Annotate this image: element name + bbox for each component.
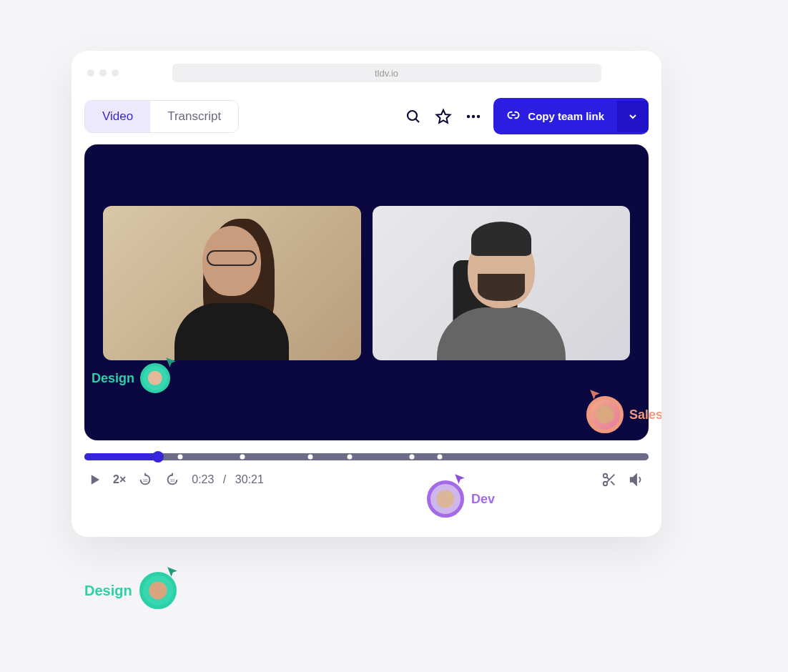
svg-text:10: 10 — [170, 478, 175, 483]
video-player[interactable]: Design Sales — [84, 144, 649, 440]
browser-window: tldv.io Video Transcript Copy team link — [72, 51, 661, 537]
time-display: 0:23 / 30:21 — [192, 473, 264, 486]
cursor-dev-label: Dev — [471, 492, 495, 507]
video-tile-participant-1 — [103, 206, 361, 360]
cursor-design: Design — [92, 363, 170, 393]
svg-marker-6 — [92, 475, 99, 485]
tab-video[interactable]: Video — [85, 101, 150, 132]
progress-thumb[interactable] — [152, 451, 164, 463]
copy-team-link-main[interactable]: Copy team link — [493, 98, 617, 134]
progress-marker[interactable] — [438, 455, 443, 460]
cursor-dev-avatar — [427, 480, 464, 518]
cursor-sales-label: Sales — [629, 407, 661, 423]
progress-marker[interactable] — [409, 455, 414, 460]
svg-line-13 — [606, 477, 609, 480]
svg-line-12 — [611, 481, 614, 485]
svg-point-10 — [604, 482, 608, 486]
copy-team-link-label: Copy team link — [528, 110, 604, 122]
progress-marker[interactable] — [240, 455, 245, 460]
tab-transcript[interactable]: Transcript — [150, 101, 238, 132]
video-progress-bar[interactable] — [84, 453, 649, 460]
svg-text:10: 10 — [143, 478, 148, 483]
svg-marker-14 — [631, 475, 636, 485]
progress-marker[interactable] — [178, 455, 183, 460]
volume-icon[interactable] — [629, 472, 644, 488]
cursor-design-outside: Design — [84, 572, 177, 609]
browser-chrome: tldv.io — [72, 51, 661, 89]
video-tile-participant-2 — [373, 206, 631, 360]
copy-team-link-dropdown[interactable] — [617, 101, 649, 132]
progress-marker[interactable] — [307, 455, 312, 460]
forward-10-icon[interactable]: 10 — [164, 472, 180, 488]
dot — [112, 69, 119, 76]
current-time: 0:23 — [192, 473, 214, 485]
svg-point-5 — [477, 114, 480, 117]
dot — [87, 69, 94, 76]
svg-point-9 — [604, 474, 608, 478]
dot — [99, 69, 107, 76]
more-icon[interactable] — [463, 107, 483, 127]
search-icon[interactable] — [403, 107, 423, 127]
svg-point-3 — [467, 114, 470, 117]
link-icon — [506, 108, 521, 124]
cursor-dev: Dev — [427, 480, 495, 518]
copy-team-link-button[interactable]: Copy team link — [493, 98, 649, 134]
tab-group: Video Transcript — [84, 100, 239, 133]
url-bar[interactable]: tldv.io — [172, 64, 601, 82]
progress-fill — [84, 453, 158, 460]
cursor-design-label: Design — [92, 371, 134, 386]
svg-point-0 — [408, 111, 417, 120]
play-icon[interactable] — [89, 473, 102, 486]
progress-marker[interactable] — [347, 455, 352, 460]
svg-point-4 — [472, 114, 475, 117]
window-traffic-lights — [87, 69, 119, 76]
playback-speed-button[interactable]: 2× — [113, 473, 126, 486]
cursor-sales: Sales — [586, 396, 661, 433]
cursor-design-outside-label: Design — [84, 583, 132, 599]
star-icon[interactable] — [433, 107, 453, 127]
cursor-design-outside-avatar — [139, 572, 177, 609]
toolbar: Video Transcript Copy team link — [72, 89, 661, 144]
video-grid — [103, 206, 630, 360]
rewind-10-icon[interactable]: 10 — [137, 472, 153, 488]
cursor-sales-avatar — [586, 396, 624, 433]
time-separator: / — [223, 473, 226, 485]
svg-line-1 — [416, 119, 420, 122]
svg-marker-2 — [437, 109, 450, 122]
scissors-icon[interactable] — [601, 472, 617, 488]
cursor-design-avatar — [140, 363, 170, 393]
player-controls: 2× 10 10 0:23 / 30:21 — [72, 460, 661, 488]
duration: 30:21 — [235, 473, 264, 485]
